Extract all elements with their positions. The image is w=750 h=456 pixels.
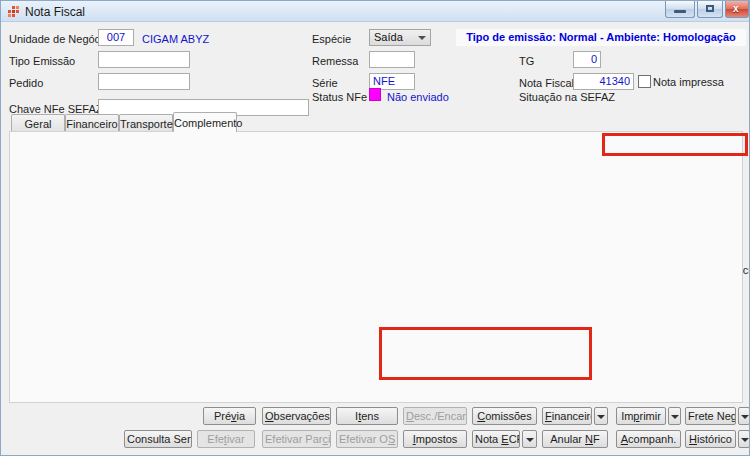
previa-button[interactable]: Prévia xyxy=(203,407,256,425)
chevron-down-icon xyxy=(526,438,534,442)
chevron-down-icon xyxy=(741,415,749,419)
tipo-emissao-input[interactable] xyxy=(98,51,190,68)
desc-encargos-button: Desc./Encargos xyxy=(403,407,467,425)
observacoes-button[interactable]: Observações xyxy=(262,407,331,425)
impostos-button[interactable]: Impostos xyxy=(403,430,467,448)
chevron-down-icon xyxy=(671,415,679,419)
pedido-label: Pedido xyxy=(9,77,43,89)
window-title: Nota Fiscal xyxy=(25,5,85,19)
emissao-ambiente-banner: Tipo de emissão: Normal - Ambiente: Homo… xyxy=(456,29,746,46)
close-icon: x xyxy=(733,3,739,14)
title-bar: Nota Fiscal x xyxy=(1,1,749,22)
minimize-icon xyxy=(674,10,686,13)
nota-impressa-checkbox[interactable] xyxy=(638,75,651,88)
status-nfe-indicator xyxy=(369,88,381,101)
efetivar-button: Efetivar xyxy=(197,430,255,448)
serie-label: Série xyxy=(312,77,338,89)
close-button[interactable]: x xyxy=(725,1,749,18)
unidade-negocio-input[interactable]: 007 xyxy=(98,29,134,46)
remessa-label: Remessa xyxy=(312,55,358,67)
tg-input[interactable]: 0 xyxy=(573,51,601,68)
financeiro-dropdown-button[interactable] xyxy=(594,407,608,425)
nota-fiscal-input[interactable]: 41340 xyxy=(573,73,634,90)
imprimir-dropdown-button[interactable] xyxy=(668,407,681,425)
tab-geral[interactable]: Geral xyxy=(11,114,65,132)
status-nfe-label: Status NFe xyxy=(312,91,367,103)
itens-button[interactable]: Itens xyxy=(336,407,398,425)
tg-label: TG xyxy=(519,55,534,67)
complemento-tab-panel xyxy=(9,131,743,403)
tipo-emissao-label: Tipo Emissão xyxy=(9,55,75,67)
especie-label: Espécie xyxy=(312,33,351,45)
especie-select[interactable]: Saída xyxy=(369,29,431,46)
unidade-negocio-label: Unidade de Negócio xyxy=(9,33,109,45)
acompanh-button[interactable]: Acompanh. xyxy=(616,430,681,448)
imprimir-button[interactable]: Imprimir xyxy=(616,407,666,425)
frete-neg-dropdown-button[interactable] xyxy=(738,407,750,425)
remessa-input[interactable] xyxy=(369,51,415,68)
unidade-negocio-description: CIGAM ABYZ xyxy=(142,33,209,45)
cigam-app-icon xyxy=(8,6,20,18)
chevron-down-icon xyxy=(597,415,605,419)
efetivar-os-button: Efetivar OS xyxy=(336,430,398,448)
pedido-input[interactable] xyxy=(98,73,190,90)
anular-nf-button[interactable]: Anular NF xyxy=(542,430,608,448)
financeiro-button[interactable]: Financeiro xyxy=(542,407,592,425)
efetivar-parcial-button: Efetivar Parcial xyxy=(262,430,331,448)
minimize-button[interactable] xyxy=(665,1,695,18)
maximize-button[interactable] xyxy=(697,1,723,18)
tab-complemento[interactable]: Complemento xyxy=(173,112,237,132)
status-nfe-value: Não enviado xyxy=(387,91,449,103)
chevron-down-icon xyxy=(741,438,749,442)
nota-fiscal-window: Nota Fiscal x Unidade de Negócio 007 CIG… xyxy=(0,0,750,456)
comissoes-button[interactable]: Comissões xyxy=(472,407,537,425)
tab-financeiro[interactable]: Financeiro xyxy=(65,114,119,132)
nota-impressa-label: Nota impressa xyxy=(653,76,724,88)
nota-fiscal-label: Nota Fiscal xyxy=(519,77,574,89)
chevron-down-icon xyxy=(418,36,426,40)
consulta-servicos-button[interactable]: Consulta Serviços xyxy=(124,430,192,448)
tab-transporte[interactable]: Transporte xyxy=(119,114,173,132)
situacao-sefaz-label: Situação na SEFAZ xyxy=(519,91,615,103)
nota-ecf-dropdown-button[interactable] xyxy=(522,430,537,448)
historico-button[interactable]: Histórico xyxy=(685,430,736,448)
nota-ecf-button[interactable]: Nota ECF xyxy=(472,430,520,448)
frete-neg-button[interactable]: Frete Neg. xyxy=(685,407,736,425)
maximize-icon xyxy=(706,5,714,12)
historico-dropdown-button[interactable] xyxy=(738,430,750,448)
